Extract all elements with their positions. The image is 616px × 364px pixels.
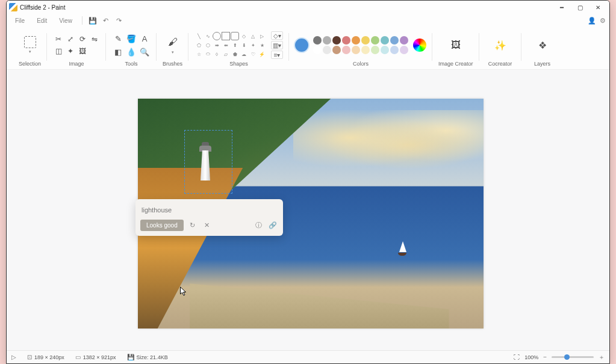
- canvas-size-icon: ▭: [75, 354, 81, 360]
- flip-icon[interactable]: ⇋: [89, 34, 100, 45]
- brush-tool[interactable]: 🖌 ▾: [166, 35, 179, 55]
- zoom-value: 100%: [524, 354, 538, 360]
- paint-window: Cliffside 2 - Paint ━ ▢ ✕ File Edit View…: [6, 0, 610, 364]
- edit-colors-icon[interactable]: [413, 39, 426, 52]
- save-icon[interactable]: 💾: [87, 15, 98, 26]
- color-swatch[interactable]: [400, 46, 408, 54]
- group-label-cocreator: Cocreator: [488, 61, 512, 68]
- paint-app-icon: [9, 3, 17, 11]
- menu-edit[interactable]: Edit: [32, 16, 52, 25]
- shape-weight-icon[interactable]: ≡▾: [271, 51, 283, 59]
- titlebar: Cliffside 2 - Paint ━ ▢ ✕: [7, 1, 609, 14]
- color-swatch[interactable]: [323, 36, 331, 45]
- color-swatch[interactable]: [381, 46, 389, 54]
- color-swatch[interactable]: [371, 46, 379, 54]
- group-tools: ✎ 🪣 A ◧ 💧 🔍 Tools: [106, 31, 157, 68]
- remove-bg-icon[interactable]: ◫: [53, 46, 64, 57]
- generated-lighthouse: [197, 142, 214, 184]
- group-label-image: Image: [69, 61, 84, 68]
- color-palette[interactable]: [313, 36, 408, 54]
- retry-icon[interactable]: ↻: [187, 220, 198, 231]
- status-cursor: ▷: [11, 354, 16, 360]
- selection-rect-icon: [24, 36, 36, 48]
- group-shapes: ╲∿◇△▷ ⬠⬡➡⬅⬆⬇✦★ ☆⬭◊▱⬟☁♡⚡ ◇▾ ▥▾ ≡▾ Shapes: [188, 31, 289, 68]
- menu-view[interactable]: View: [54, 16, 77, 25]
- group-colors: Colors: [289, 31, 432, 68]
- image-import-icon[interactable]: 🖼: [77, 46, 88, 57]
- prompt-input[interactable]: [140, 204, 278, 216]
- disk-icon: 💾: [127, 354, 134, 360]
- color-swatch[interactable]: [390, 46, 399, 54]
- color-swatch[interactable]: [332, 36, 341, 45]
- crop-icon[interactable]: ✂: [53, 34, 64, 45]
- link-icon[interactable]: 🔗: [267, 220, 278, 231]
- undo-icon[interactable]: ↶: [101, 15, 111, 26]
- color-swatch[interactable]: [390, 36, 399, 45]
- menu-bar: File Edit View 💾 ↶ ↷ 👤 ⚙: [7, 14, 609, 27]
- image-creator-icon: 🖼: [449, 38, 463, 52]
- layers-button[interactable]: ❖: [527, 38, 558, 52]
- group-label-selection: Selection: [19, 61, 41, 68]
- group-layers: ❖ Layers: [521, 31, 564, 68]
- magic-select-icon[interactable]: ✦: [65, 46, 76, 57]
- color-primary-swatch[interactable]: [295, 39, 308, 52]
- close-button[interactable]: ✕: [589, 1, 607, 14]
- window-title: Cliffside 2 - Paint: [20, 4, 65, 11]
- painting-beach: [190, 264, 449, 329]
- status-bar: ▷ ⊡189 × 240px ▭1382 × 921px 💾Size: 21.4…: [7, 350, 609, 363]
- selection-size-icon: ⊡: [27, 354, 32, 360]
- magnifier-icon[interactable]: 🔍: [138, 46, 151, 58]
- image-creator-button[interactable]: 🖼: [441, 38, 471, 52]
- zoom-slider[interactable]: [552, 356, 594, 358]
- painting-sailboat: [397, 241, 408, 256]
- group-image-creator: 🖼 Image Creator: [432, 31, 479, 68]
- pencil-icon[interactable]: ✎: [112, 32, 124, 45]
- color-swatch[interactable]: [400, 36, 408, 45]
- color-swatch[interactable]: [361, 36, 370, 45]
- color-swatch[interactable]: [342, 36, 350, 45]
- cancel-icon[interactable]: ✕: [202, 220, 213, 231]
- zoom-in-icon[interactable]: ＋: [599, 353, 605, 362]
- cocreator-button[interactable]: ✨: [485, 38, 515, 52]
- shape-outline-icon[interactable]: ◇▾: [271, 31, 283, 40]
- fill-icon[interactable]: 🪣: [125, 32, 137, 45]
- shapes-gallery[interactable]: ╲∿◇△▷ ⬠⬡➡⬅⬆⬇✦★ ☆⬭◊▱⬟☁♡⚡: [194, 32, 266, 58]
- color-swatch[interactable]: [313, 36, 322, 45]
- text-icon[interactable]: A: [138, 32, 151, 45]
- color-swatch[interactable]: [371, 36, 379, 45]
- looks-good-button[interactable]: Looks good: [140, 220, 184, 231]
- rotate-icon[interactable]: ⟳: [77, 34, 88, 45]
- fit-screen-icon[interactable]: ⛶: [514, 354, 520, 360]
- color-swatch[interactable]: [352, 46, 360, 54]
- group-cocreator: ✨ Cocreator: [479, 31, 521, 68]
- select-tool[interactable]: ▾: [20, 36, 40, 54]
- canvas-area[interactable]: Looks good ↻ ✕ ⓘ 🔗: [7, 70, 609, 350]
- group-image: ✂ ⤢ ⟳ ⇋ ◫ ✦ 🖼 Image: [47, 31, 106, 68]
- account-icon[interactable]: 👤: [588, 17, 596, 25]
- color-swatch[interactable]: [313, 46, 322, 54]
- minimize-button[interactable]: ━: [553, 1, 571, 14]
- color-swatch[interactable]: [361, 46, 370, 54]
- maximize-button[interactable]: ▢: [571, 1, 589, 14]
- zoom-out-icon[interactable]: −: [543, 354, 547, 360]
- redo-icon[interactable]: ↷: [114, 15, 125, 26]
- resize-icon[interactable]: ⤢: [65, 34, 76, 45]
- shape-fill-icon[interactable]: ▥▾: [271, 41, 283, 49]
- color-swatch[interactable]: [332, 46, 341, 54]
- cocreator-icon: ✨: [493, 38, 508, 52]
- eyedropper-icon[interactable]: 💧: [125, 46, 137, 58]
- color-swatch[interactable]: [342, 46, 350, 54]
- painting-clouds: [293, 110, 484, 179]
- menu-file[interactable]: File: [10, 16, 30, 25]
- info-icon[interactable]: ⓘ: [253, 220, 264, 231]
- cursor-pos-icon: ▷: [11, 354, 16, 360]
- group-selection: ▾ Selection: [13, 31, 47, 68]
- status-selection-size: ⊡189 × 240px: [27, 354, 64, 360]
- color-swatch[interactable]: [381, 36, 389, 45]
- ribbon: ▾ Selection ✂ ⤢ ⟳ ⇋ ◫ ✦ 🖼 Image: [7, 27, 609, 70]
- settings-gear-icon[interactable]: ⚙: [600, 17, 606, 25]
- eraser-icon[interactable]: ◧: [112, 46, 124, 58]
- color-swatch[interactable]: [323, 46, 331, 54]
- color-swatch[interactable]: [352, 36, 360, 45]
- layers-icon: ❖: [535, 38, 550, 52]
